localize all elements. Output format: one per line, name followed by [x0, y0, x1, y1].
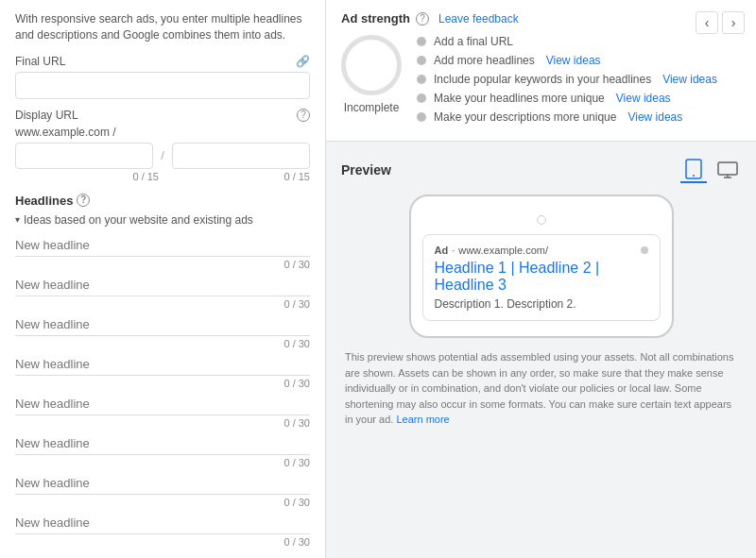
tip-item-1: Add a final URL [417, 35, 741, 48]
headline-input-6[interactable] [15, 432, 310, 455]
headline-count-8: 0 / 30 [15, 536, 310, 548]
headline-count-2: 0 / 30 [15, 298, 310, 310]
ad-url-display: www.example.com/ [458, 245, 548, 256]
svg-rect-2 [718, 162, 737, 175]
final-url-label: Final URL [15, 55, 65, 68]
ad-card: Ad · www.example.com/ Headline 1 | Headl… [422, 234, 661, 321]
preview-title: Preview [341, 162, 391, 178]
tip-view-ideas-3[interactable]: View ideas [662, 73, 717, 86]
headline-input-row: 0 / 30 [15, 512, 310, 548]
headline-input-row: 0 / 30 [15, 313, 310, 349]
headline-input-1[interactable] [15, 234, 310, 257]
tip-dot-1 [417, 37, 426, 46]
preview-section: Preview [326, 142, 756, 443]
headline-input-3[interactable] [15, 313, 310, 336]
tip-view-ideas-4[interactable]: View ideas [616, 92, 671, 105]
headline-count-4: 0 / 30 [15, 378, 310, 389]
strength-circle-wrap: Incomplete [341, 35, 402, 114]
tip-dot-4 [417, 93, 426, 103]
headlines-info-icon[interactable]: ? [77, 194, 90, 207]
headline-input-7[interactable] [15, 472, 310, 495]
tip-text-3: Include popular keywords in your headlin… [434, 73, 651, 86]
strength-tips: Add a final URL Add more headlines View … [417, 35, 741, 129]
intro-text: With responsive search ads, you enter mu… [15, 11, 310, 43]
headline-input-5[interactable] [15, 393, 310, 415]
ad-badge-text: Ad [435, 245, 449, 256]
headline-count-5: 0 / 30 [15, 417, 310, 429]
headline-input-8[interactable] [15, 512, 310, 534]
headline-count-3: 0 / 30 [15, 338, 310, 349]
tip-item-2: Add more headlines View ideas [417, 54, 741, 67]
next-arrow-button[interactable]: › [722, 11, 745, 34]
display-url-base: www.example.com / [15, 126, 310, 139]
tip-dot-3 [417, 75, 426, 84]
desktop-device-icon[interactable] [714, 157, 741, 183]
ad-description-text: Description 1. Description 2. [435, 297, 648, 311]
display-url-info-icon[interactable]: ? [297, 109, 310, 122]
preview-note: This preview shows potential ads assembl… [341, 349, 741, 428]
headlines-section-title: Headlines ? [15, 194, 310, 208]
leave-feedback-link[interactable]: Leave feedback [438, 12, 519, 25]
ad-headline-text: Headline 1 | Headline 2 | Headline 3 [435, 260, 648, 294]
strength-status-label: Incomplete [344, 101, 400, 114]
headline-input-row: 0 / 30 [15, 353, 310, 389]
headline-count-6: 0 / 30 [15, 457, 310, 468]
tip-text-4: Make your headlines more unique [434, 92, 605, 105]
tip-text-1: Add a final URL [434, 35, 513, 48]
ad-badge: Ad · www.example.com/ [435, 245, 648, 256]
headline-input-row: 0 / 30 [15, 234, 310, 270]
headline-input-row: 0 / 30 [15, 472, 310, 508]
headline-input-4[interactable] [15, 353, 310, 376]
svg-point-1 [693, 175, 695, 177]
display-url-section: Display URL ? www.example.com / / 0 / 15… [15, 109, 310, 182]
final-url-input[interactable] [15, 72, 310, 99]
headline-input-row: 0 / 30 [15, 432, 310, 468]
tip-text-5: Make your descriptions more unique [434, 110, 616, 124]
chevron-down-icon: ▾ [15, 214, 20, 225]
display-url-path1-input[interactable] [15, 143, 153, 169]
phone-frame: Ad · www.example.com/ Headline 1 | Headl… [409, 194, 674, 338]
right-panel: Ad strength ? Leave feedback ‹ › Incompl… [326, 0, 756, 558]
headline-count-7: 0 / 30 [15, 497, 310, 508]
ad-strength-section: Ad strength ? Leave feedback ‹ › Incompl… [326, 0, 756, 142]
tip-dot-5 [417, 112, 426, 122]
ad-strength-info-icon[interactable]: ? [416, 12, 429, 25]
ad-url-text: · [452, 245, 455, 256]
display-url-path2-count: 0 / 15 [166, 171, 310, 182]
display-url-path1-count: 0 / 15 [15, 171, 159, 182]
prev-arrow-button[interactable]: ‹ [696, 11, 718, 34]
collapse-icons: ‹ › [696, 11, 745, 34]
tip-text-2: Add more headlines [434, 54, 535, 67]
headline-count-1: 0 / 30 [15, 259, 310, 270]
tip-item-5: Make your descriptions more unique View … [417, 110, 741, 124]
ideas-collapsible[interactable]: ▾ Ideas based on your website and existi… [15, 213, 310, 227]
tip-view-ideas-2[interactable]: View ideas [546, 54, 601, 67]
preview-device-icons [680, 157, 741, 183]
mobile-device-icon[interactable] [680, 157, 707, 183]
tip-view-ideas-5[interactable]: View ideas [627, 110, 682, 124]
display-url-label: Display URL [15, 109, 78, 122]
strength-content: Incomplete Add a final URL Add more head… [341, 35, 741, 129]
final-url-icon: 🔗 [296, 55, 310, 68]
headline-input-row: 0 / 30 [15, 274, 310, 310]
headline-input-row: 0 / 30 [15, 393, 310, 429]
tip-item-4: Make your headlines more unique View ide… [417, 92, 741, 105]
left-panel: With responsive search ads, you enter mu… [0, 0, 326, 558]
headline-input-2[interactable] [15, 274, 310, 296]
preview-header: Preview [341, 157, 741, 183]
headline-input-row: 0 / 30 [15, 551, 310, 558]
tip-item-3: Include popular keywords in your headlin… [417, 73, 741, 86]
learn-more-link[interactable]: Learn more [396, 414, 449, 425]
ad-options-dot [641, 246, 648, 254]
headline-inputs-container: 0 / 30 0 / 30 0 / 30 0 / 30 0 / 30 0 / 3… [15, 234, 310, 558]
strength-circle [341, 35, 402, 95]
phone-camera [537, 215, 546, 225]
ideas-label: Ideas based on your website and existing… [24, 213, 253, 227]
headline-input-9[interactable] [15, 551, 310, 558]
tip-dot-2 [417, 56, 426, 65]
final-url-section: Final URL 🔗 [15, 55, 310, 99]
phone-preview-wrap: Ad · www.example.com/ Headline 1 | Headl… [341, 194, 741, 338]
display-url-path2-input[interactable] [172, 143, 310, 169]
ad-strength-title: Ad strength [341, 11, 410, 25]
